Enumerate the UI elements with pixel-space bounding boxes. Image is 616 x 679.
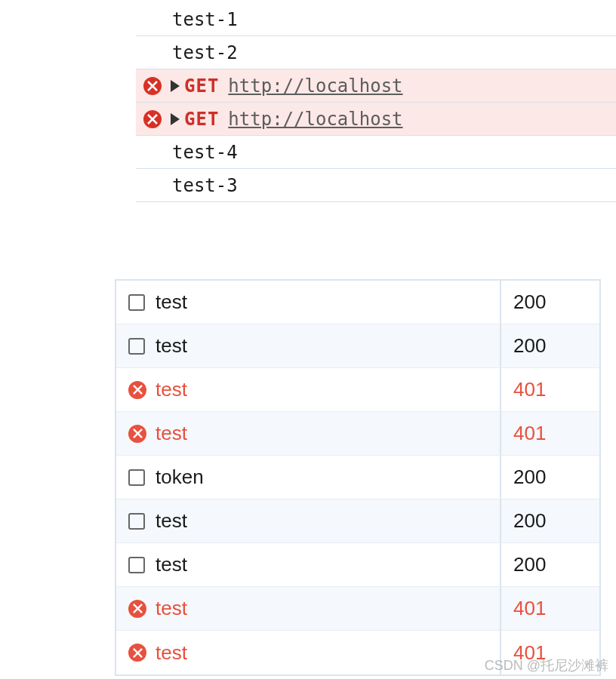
network-name-cell: test <box>116 281 501 324</box>
error-icon <box>128 425 146 443</box>
network-row[interactable]: test 200 <box>116 324 599 368</box>
resource-name: test <box>156 553 187 576</box>
network-status-cell: 200 <box>501 456 599 499</box>
network-row[interactable]: token 200 <box>116 456 599 499</box>
network-status-cell: 401 <box>501 368 599 411</box>
error-icon <box>143 110 162 128</box>
network-row[interactable]: test 401 <box>116 412 599 456</box>
resource-name: test <box>156 290 187 314</box>
network-name-cell: test <box>116 543 501 586</box>
network-status-cell: 401 <box>501 587 599 630</box>
resource-name: test <box>156 509 187 533</box>
expand-triangle-icon[interactable] <box>171 113 180 125</box>
network-name-cell: test <box>116 324 501 367</box>
log-text: test-4 <box>172 142 238 163</box>
resource-name: test <box>156 597 187 620</box>
resource-name: token <box>156 465 204 489</box>
expand-triangle-icon[interactable] <box>171 80 180 92</box>
http-method: GET <box>184 75 219 97</box>
watermark: CSDN @托尼沙滩裤 <box>485 656 608 674</box>
network-status-cell: 401 <box>501 412 599 455</box>
http-method: GET <box>184 109 219 130</box>
resource-icon <box>128 469 145 486</box>
error-icon <box>128 644 146 662</box>
network-status-cell: 200 <box>501 281 599 324</box>
console-error-row[interactable]: GET http://localhost <box>136 103 616 136</box>
resource-name: test <box>156 422 187 445</box>
network-name-cell: test <box>116 499 501 542</box>
network-row[interactable]: test 200 <box>116 281 599 324</box>
error-icon <box>143 77 162 95</box>
resource-name: test <box>156 641 187 665</box>
request-url[interactable]: http://localhost <box>228 109 402 130</box>
network-row[interactable]: test 401 <box>116 368 599 412</box>
resource-icon <box>128 557 145 573</box>
network-panel: test 200 test 200 test 401 test 401 <box>115 279 601 676</box>
network-row[interactable]: test 200 <box>116 543 599 587</box>
resource-name: test <box>156 334 187 358</box>
network-name-cell: test <box>116 631 501 674</box>
network-row[interactable]: test 200 <box>116 499 599 543</box>
console-log-row[interactable]: test-2 <box>136 36 616 69</box>
network-row[interactable]: test 401 <box>116 587 599 631</box>
error-icon <box>128 381 146 399</box>
resource-icon <box>128 338 145 355</box>
console-log-row[interactable]: test-4 <box>136 136 616 169</box>
network-name-cell: test <box>116 587 501 630</box>
console-error-row[interactable]: GET http://localhost <box>136 69 616 103</box>
log-text: test-1 <box>172 9 238 30</box>
network-name-cell: token <box>116 456 501 499</box>
request-url[interactable]: http://localhost <box>228 75 402 97</box>
log-text: test-2 <box>172 42 238 63</box>
network-name-cell: test <box>116 412 501 455</box>
console-panel: test-1 test-2 GET http://localhost GET h… <box>0 0 616 202</box>
resource-icon <box>128 513 145 530</box>
network-status-cell: 200 <box>501 324 599 367</box>
network-status-cell: 200 <box>501 499 599 542</box>
resource-icon <box>128 294 145 311</box>
error-icon <box>128 600 146 618</box>
console-log-row[interactable]: test-1 <box>136 3 616 36</box>
network-name-cell: test <box>116 368 501 411</box>
log-text: test-3 <box>172 175 238 196</box>
network-status-cell: 200 <box>501 543 599 586</box>
resource-name: test <box>156 378 187 401</box>
console-log-row[interactable]: test-3 <box>136 169 616 202</box>
